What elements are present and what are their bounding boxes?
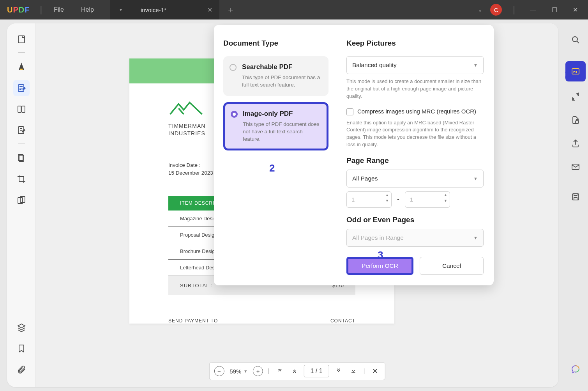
separator: | xyxy=(268,368,269,375)
mrc-help: Enable this option to apply an MRC-based… xyxy=(346,119,484,149)
attachment-tool[interactable] xyxy=(13,361,30,378)
divider: | xyxy=(513,5,515,15)
document-canvas[interactable]: TIMMERMAN INDUSTRIES Invoice Date : 15 D… xyxy=(36,23,558,387)
sidebar-separator xyxy=(572,54,579,54)
cancel-button[interactable]: Cancel xyxy=(420,257,484,275)
zoom-toolbar: − 59%▼ + | 1 / 1 | ✕ xyxy=(209,362,385,380)
save-button[interactable] xyxy=(567,188,584,205)
keep-pictures-heading: Keep Pictures xyxy=(346,39,484,48)
document-tab[interactable]: ▾ invoice-1* ✕ xyxy=(110,0,219,19)
zoom-out-button[interactable]: − xyxy=(214,366,224,376)
page-indicator[interactable]: 1 / 1 xyxy=(304,365,329,377)
option-image-only-pdf[interactable]: Image-only PDF This type of PDF document… xyxy=(223,102,328,151)
chevron-down-icon: ▼ xyxy=(473,63,478,67)
sidebar-separator xyxy=(572,181,579,181)
next-page-button[interactable] xyxy=(333,368,344,375)
maximize-button[interactable]: ☐ xyxy=(548,5,561,15)
ai-chat-button[interactable] xyxy=(567,361,584,378)
annotation-3: 3 xyxy=(378,249,383,261)
search-button[interactable] xyxy=(567,31,584,48)
window-tabs-chevron-icon[interactable]: ⌄ xyxy=(478,7,482,13)
page-range-heading: Page Range xyxy=(346,156,484,165)
mrc-checkbox[interactable] xyxy=(346,108,353,115)
zoom-in-button[interactable]: + xyxy=(253,366,263,376)
spinner-icon[interactable]: ▲▼ xyxy=(385,193,389,203)
layers-tool[interactable] xyxy=(13,319,30,336)
ocr-popover: Document Type Searchable PDF This type o… xyxy=(214,25,494,285)
spinner-icon[interactable]: ▲▼ xyxy=(444,193,447,203)
annotation-2: 2 xyxy=(269,162,275,174)
odd-even-heading: Odd or Even Pages xyxy=(346,216,484,224)
user-avatar[interactable]: C xyxy=(490,4,502,16)
tab-dropdown-icon[interactable]: ▾ xyxy=(120,7,122,12)
svg-rect-0 xyxy=(18,36,25,43)
odd-even-select[interactable]: All Pages in Range ▼ xyxy=(346,229,484,247)
tab-title: invoice-1* xyxy=(141,7,192,13)
titlebar: UPDF | File Help ▾ invoice-1* ✕ ＋ ⌄ C | … xyxy=(0,0,588,19)
keep-pictures-select[interactable]: Balanced quality ▼ xyxy=(346,56,484,74)
reader-tool[interactable] xyxy=(13,31,30,48)
first-page-button[interactable] xyxy=(274,368,285,375)
keep-pictures-help: This mode is used to create a document s… xyxy=(346,78,484,100)
organize-tool[interactable] xyxy=(13,150,30,166)
range-to-input[interactable]: 1 ▲▼ xyxy=(405,191,450,208)
page-range-select[interactable]: All Pages ▼ xyxy=(346,170,484,188)
page-tool[interactable] xyxy=(13,101,30,117)
option-title: Image-only PDF xyxy=(243,110,320,118)
separator: | xyxy=(364,368,365,375)
svg-point-11 xyxy=(572,37,577,42)
invoice-footer: SEND PAYMENT TO CONTACT xyxy=(168,318,355,324)
form-tool[interactable] xyxy=(13,122,30,138)
option-desc: This type of PDF document has a full tex… xyxy=(242,74,321,89)
right-sidebar: 1 xyxy=(563,19,588,391)
compare-tool[interactable] xyxy=(13,192,30,208)
range-dash: - xyxy=(397,195,399,203)
left-sidebar xyxy=(7,23,36,387)
close-button[interactable]: ✕ xyxy=(569,5,582,15)
chevron-down-icon: ▼ xyxy=(473,235,478,240)
new-tab-button[interactable]: ＋ xyxy=(226,4,235,16)
crop-tool[interactable] xyxy=(13,171,30,187)
main-panel: TIMMERMAN INDUSTRIES Invoice Date : 15 D… xyxy=(7,23,558,387)
share-button[interactable] xyxy=(567,135,584,152)
chevron-down-icon: ▼ xyxy=(473,176,478,181)
option-title: Searchable PDF xyxy=(242,63,321,71)
svg-rect-3 xyxy=(18,106,21,112)
svg-rect-1 xyxy=(20,69,23,70)
workspace: TIMMERMAN INDUSTRIES Invoice Date : 15 D… xyxy=(0,19,588,391)
menu-help[interactable]: Help xyxy=(72,6,102,13)
svg-rect-4 xyxy=(22,106,25,112)
app-logo: UPDF xyxy=(7,5,30,14)
radio-icon xyxy=(230,64,237,71)
divider: | xyxy=(40,5,42,15)
document-type-heading: Document Type xyxy=(223,39,328,48)
annotation-1: 1 xyxy=(565,68,570,80)
convert-button[interactable] xyxy=(567,88,584,105)
protect-button[interactable] xyxy=(567,111,584,129)
svg-rect-12 xyxy=(572,69,579,74)
minimize-button[interactable]: ― xyxy=(526,5,540,15)
tab-close-icon[interactable]: ✕ xyxy=(207,6,212,14)
radio-icon xyxy=(231,111,238,118)
comment-tool[interactable] xyxy=(13,59,30,75)
mrc-label: Compress images using MRC (requires OCR) xyxy=(357,108,476,115)
prev-page-button[interactable] xyxy=(289,368,300,375)
range-from-input[interactable]: 1 ▲▼ xyxy=(346,191,392,208)
close-toolbar-button[interactable]: ✕ xyxy=(370,367,380,375)
bookmark-tool[interactable] xyxy=(13,340,30,357)
option-searchable-pdf[interactable]: Searchable PDF This type of PDF document… xyxy=(223,56,328,96)
titlebar-right: ⌄ C | ― ☐ ✕ xyxy=(478,4,588,16)
menu-file[interactable]: File xyxy=(45,6,72,13)
email-button[interactable] xyxy=(567,158,584,175)
edit-tool[interactable] xyxy=(13,80,30,96)
sidebar-separator xyxy=(18,52,25,53)
option-desc: This type of PDF document does not have … xyxy=(243,121,320,143)
zoom-value-dropdown[interactable]: 59%▼ xyxy=(228,368,249,375)
svg-rect-15 xyxy=(572,194,579,200)
sidebar-separator xyxy=(18,143,25,143)
last-page-button[interactable] xyxy=(348,368,359,375)
